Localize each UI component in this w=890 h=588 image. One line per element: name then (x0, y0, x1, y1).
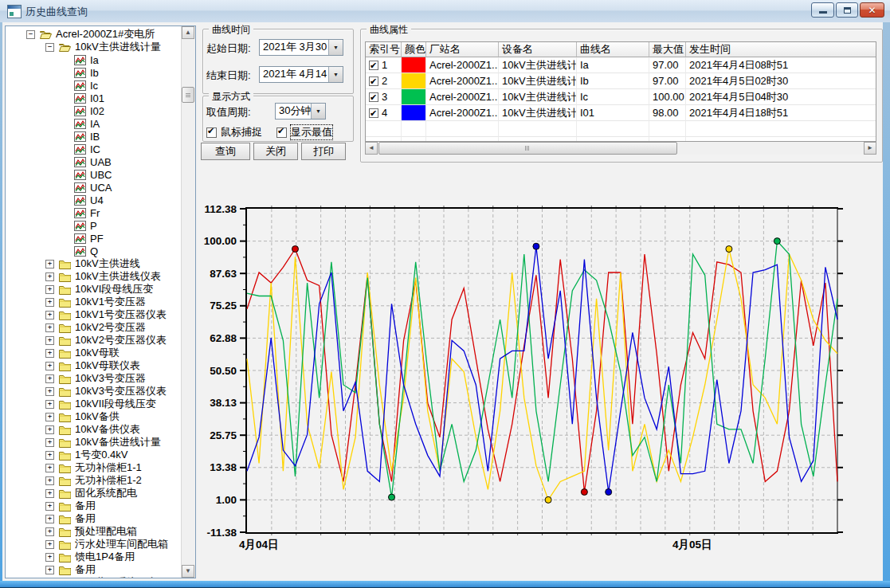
tree-item-UCA[interactable]: UCA (6, 181, 181, 194)
expand-icon[interactable]: + (45, 387, 54, 396)
expand-icon[interactable]: + (45, 540, 54, 549)
minimize-button[interactable] (811, 2, 834, 18)
tree-item-UAB[interactable]: UAB (6, 155, 181, 168)
tree-item-U4[interactable]: U4 (6, 194, 181, 206)
expand-icon[interactable]: + (45, 400, 54, 409)
tree-item-10kVII段母线压变[interactable]: +10kVII段母线压变 (6, 398, 181, 410)
collapse-icon[interactable]: − (26, 30, 35, 39)
row-index-cell[interactable]: ✔1 (366, 57, 402, 73)
expand-icon[interactable]: + (45, 362, 54, 370)
show-extremes-checkbox[interactable]: ✔ (276, 127, 287, 138)
column-header-最大值[interactable]: 最大值 (649, 42, 686, 57)
tree-item-固化系统配电[interactable]: +固化系统配电 (6, 487, 181, 500)
row-index-cell[interactable]: ✔2 (366, 73, 402, 89)
tree-item-10kV母联仪表[interactable]: +10kV母联仪表 (6, 359, 181, 372)
expand-icon[interactable]: + (45, 272, 54, 281)
grid-hscrollbar-thumb[interactable] (378, 142, 677, 155)
column-header-设备名[interactable]: 设备名 (499, 42, 577, 57)
expand-icon[interactable]: + (45, 311, 54, 319)
column-header-索引号[interactable]: 索引号 (366, 42, 402, 57)
column-header-发生时间[interactable]: 发生时间 (686, 42, 876, 57)
tree-item-10kVI段母线压变[interactable]: +10kVI段母线压变 (6, 283, 181, 296)
tree-item-Fr[interactable]: Fr (6, 206, 181, 219)
tree-item-10kV3号变压器[interactable]: +10kV3号变压器 (6, 372, 181, 385)
print-button[interactable]: 打印 (301, 143, 346, 160)
tree-item-预处理配电箱[interactable]: +预处理配电箱 (6, 525, 181, 538)
expand-icon[interactable]: + (45, 566, 54, 574)
row-index-cell[interactable]: ✔4 (366, 105, 402, 121)
maximize-button[interactable] (836, 2, 858, 18)
scroll-up-button[interactable]: ▲ (182, 26, 194, 39)
expand-icon[interactable]: + (45, 374, 54, 383)
row-checkbox[interactable]: ✔ (369, 92, 378, 102)
expand-icon[interactable]: + (45, 464, 54, 472)
tree-item-1号变0.4kV[interactable]: +1号变0.4kV (6, 449, 181, 461)
query-button[interactable]: 查询 (201, 143, 250, 160)
tree-item-污水处理车间配电箱[interactable]: +污水处理车间配电箱 (6, 538, 181, 551)
tree-item-10kV1号变压器仪表[interactable]: +10kV1号变压器仪表 (6, 308, 181, 321)
tree-item-I01[interactable]: I01 (6, 92, 181, 104)
tree-item-Acrel-2000Z1#变电所[interactable]: −Acrel-2000Z1#变电所 (6, 28, 181, 41)
period-select[interactable]: 30分钟 ▼ (275, 103, 326, 120)
column-header-曲线名[interactable]: 曲线名 (577, 42, 649, 57)
expand-icon[interactable]: + (45, 336, 54, 345)
expand-icon[interactable]: + (45, 285, 54, 294)
column-header-厂站名[interactable]: 厂站名 (426, 42, 499, 57)
period-dropdown-icon[interactable]: ▼ (311, 104, 325, 119)
expand-icon[interactable]: + (45, 349, 54, 358)
tree-item-PF[interactable]: PF (6, 232, 181, 245)
tree-item-三效蒸发系统配电箱[interactable]: +三效蒸发系统配电箱 (6, 576, 181, 578)
table-row[interactable]: ✔3Acrel-2000Z1...10kV主供进线计量Ic100.002021年… (366, 89, 876, 105)
start-date-picker[interactable]: 2021年 3月30 ▼ (259, 39, 343, 56)
tree-item-10kV备供进线计量[interactable]: +10kV备供进线计量 (6, 436, 181, 449)
expand-icon[interactable]: + (45, 438, 54, 447)
tree-item-备用[interactable]: +备用 (6, 563, 181, 576)
tree-item-10kV主供进线计量[interactable]: −10kV主供进线计量 (6, 41, 181, 53)
grid-hscrollbar[interactable]: ◄ ► (365, 142, 876, 155)
table-row[interactable]: ✔1Acrel-2000Z1...10kV主供进线计量Ia97.002021年4… (366, 57, 876, 73)
tree-item-10kV2号变压器[interactable]: +10kV2号变压器 (6, 321, 181, 334)
tree-item-10kV主供进线仪表[interactable]: +10kV主供进线仪表 (6, 270, 181, 283)
tree-scrollbar-thumb[interactable] (182, 87, 194, 103)
expand-icon[interactable]: + (45, 425, 54, 434)
expand-icon[interactable]: + (45, 489, 54, 498)
tree-item-馈电1P4备用[interactable]: +馈电1P4备用 (6, 551, 181, 563)
row-checkbox[interactable]: ✔ (369, 108, 378, 118)
table-row[interactable]: ✔2Acrel-2000Z1...10kV主供进线计量Ib97.002021年4… (366, 73, 876, 89)
tree-item-10kV备供仪表[interactable]: +10kV备供仪表 (6, 423, 181, 436)
start-date-dropdown-icon[interactable]: ▼ (328, 40, 343, 55)
tree-item-I02[interactable]: I02 (6, 104, 181, 117)
scroll-down-button[interactable]: ▼ (182, 565, 194, 578)
close-button[interactable]: ✕ (860, 2, 884, 18)
tree-item-10kV主供进线[interactable]: +10kV主供进线 (6, 257, 181, 270)
end-date-picker[interactable]: 2021年 4月14 ▼ (259, 66, 343, 83)
expand-icon[interactable]: + (45, 476, 54, 485)
table-row[interactable]: ✔4Acrel-2000Z1...10kV主供进线计量I0198.002021年… (366, 105, 876, 121)
expand-icon[interactable]: + (45, 515, 54, 523)
column-header-颜色[interactable]: 颜色 (402, 42, 426, 57)
tree-item-10kV备供[interactable]: +10kV备供 (6, 410, 181, 423)
tree-item-UBC[interactable]: UBC (6, 168, 181, 181)
row-checkbox[interactable]: ✔ (369, 61, 378, 70)
expand-icon[interactable]: + (45, 502, 54, 511)
expand-icon[interactable]: + (45, 298, 54, 307)
scroll-left-button[interactable]: ◄ (365, 142, 378, 155)
tree-item-Ib[interactable]: Ib (6, 66, 181, 79)
expand-icon[interactable]: + (45, 323, 54, 332)
expand-icon[interactable]: + (45, 451, 54, 460)
expand-icon[interactable]: + (45, 527, 54, 536)
mouse-capture-checkbox[interactable]: ✔ (206, 127, 217, 138)
expand-icon[interactable]: + (45, 260, 54, 269)
tree-item-无功补偿柜1-1[interactable]: +无功补偿柜1-1 (6, 461, 181, 474)
tree-item-10kV2号变压器仪表[interactable]: +10kV2号变压器仪表 (6, 334, 181, 347)
scroll-right-button[interactable]: ► (864, 142, 876, 155)
tree-scrollbar[interactable]: ▲ ▼ (181, 26, 195, 578)
tree-item-Ic[interactable]: Ic (6, 79, 181, 92)
tree-item-Ia[interactable]: Ia (6, 53, 181, 66)
tree-item-10kV母联[interactable]: +10kV母联 (6, 347, 181, 359)
end-date-dropdown-icon[interactable]: ▼ (328, 67, 343, 82)
expand-icon[interactable]: + (45, 413, 54, 421)
tree-item-备用[interactable]: +备用 (6, 500, 181, 512)
tree-item-IA[interactable]: IA (6, 117, 181, 130)
tree-item-备用[interactable]: +备用 (6, 512, 181, 525)
